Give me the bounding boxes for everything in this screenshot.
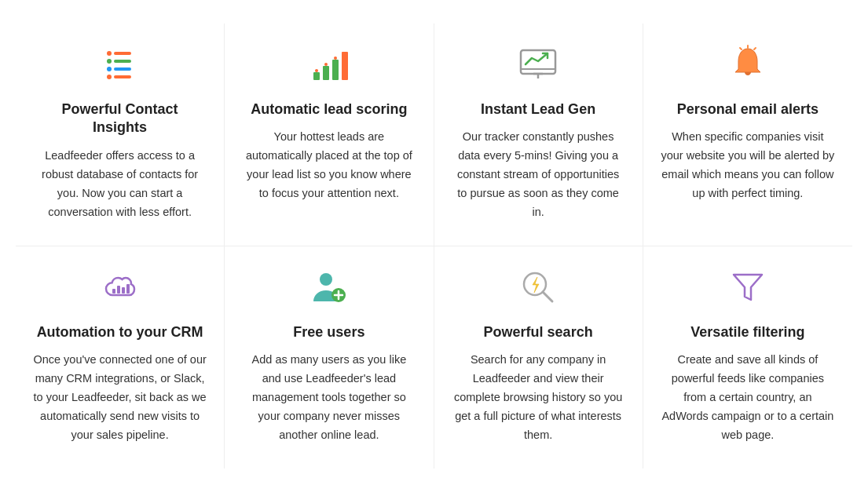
svg-line-21	[740, 48, 742, 49]
lead-scoring-desc: Your hottest leads are automatically pla…	[242, 128, 416, 203]
card-contact-insights: Powerful Contact Insights Leadfeeder off…	[16, 24, 225, 246]
svg-rect-22	[112, 289, 115, 294]
search-icon	[513, 262, 563, 312]
svg-line-20	[754, 48, 756, 49]
svg-point-7	[107, 75, 112, 79]
contact-icon	[95, 39, 145, 89]
email-alerts-desc: When specific companies visit your websi…	[661, 128, 835, 203]
features-grid: Powerful Contact Insights Leadfeeder off…	[0, 0, 868, 484]
svg-rect-0	[114, 52, 131, 55]
svg-rect-10	[332, 60, 339, 80]
lead-scoring-title: Automatic lead scoring	[251, 100, 407, 119]
svg-point-4	[107, 51, 112, 56]
crm-desc: Once you've connected one of our many CR…	[33, 351, 207, 445]
svg-rect-23	[117, 286, 120, 294]
email-alerts-title: Personal email alerts	[677, 100, 819, 119]
instant-lead-title: Instant Lead Gen	[481, 100, 595, 119]
svg-rect-3	[114, 75, 131, 78]
filter-icon	[723, 262, 773, 312]
svg-rect-25	[126, 284, 130, 294]
svg-point-13	[324, 63, 328, 66]
svg-rect-9	[323, 66, 329, 80]
svg-point-26	[320, 273, 332, 286]
svg-rect-8	[313, 72, 320, 80]
svg-rect-1	[114, 60, 131, 63]
crm-icon	[95, 262, 145, 312]
card-versatile-filtering: Versatile filtering Create and save all …	[643, 246, 852, 469]
card-email-alerts: Personal email alerts When specific comp…	[643, 24, 852, 246]
contact-insights-title: Powerful Contact Insights	[33, 100, 207, 137]
svg-point-14	[334, 57, 337, 60]
versatile-filtering-title: Versatile filtering	[690, 323, 804, 341]
email-icon	[723, 39, 773, 89]
powerful-search-desc: Search for any company in Leadfeeder and…	[452, 351, 625, 445]
card-free-users: Free users Add as many users as you like…	[225, 246, 434, 469]
versatile-filtering-desc: Create and save all kinds of powerful fe…	[661, 351, 835, 445]
leadgen-icon	[513, 39, 563, 89]
free-users-desc: Add as many users as you like and use Le…	[242, 351, 416, 445]
crm-title: Automation to your CRM	[37, 323, 203, 341]
svg-rect-2	[114, 67, 131, 71]
users-icon	[304, 262, 354, 312]
svg-point-12	[315, 69, 318, 72]
contact-insights-desc: Leadfeeder offers access to a robust dat…	[33, 147, 207, 222]
svg-line-31	[543, 292, 552, 301]
card-crm: Automation to your CRM Once you've conne…	[16, 246, 225, 469]
svg-rect-24	[122, 287, 125, 294]
svg-point-6	[107, 67, 112, 71]
instant-lead-desc: Our tracker constantly pushes data every…	[452, 128, 625, 222]
scoring-icon	[304, 39, 354, 89]
free-users-title: Free users	[293, 323, 364, 341]
card-instant-lead: Instant Lead Gen Our tracker constantly …	[434, 24, 643, 246]
powerful-search-title: Powerful search	[484, 323, 593, 341]
svg-rect-11	[342, 52, 348, 80]
card-lead-scoring: Automatic lead scoring Your hottest lead…	[225, 24, 434, 246]
svg-point-5	[107, 59, 112, 64]
card-powerful-search: Powerful search Search for any company i…	[434, 246, 643, 469]
